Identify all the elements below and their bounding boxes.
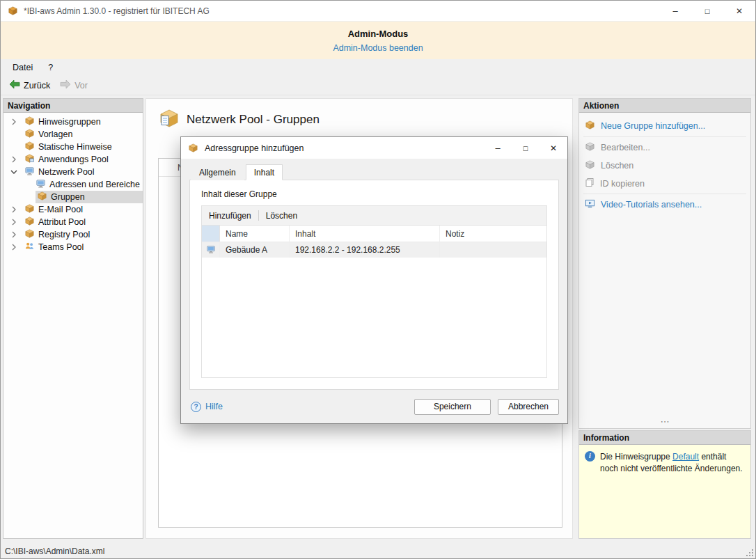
box-icon [24,203,35,216]
nav-item-statische-hinweise[interactable]: Statische Hinweise [3,141,143,153]
chevron-right-icon[interactable] [10,118,23,125]
box-icon [37,191,47,203]
chevron-down-icon[interactable] [10,168,23,175]
information-message: Die Hinweisgruppe Default enthält noch n… [600,451,743,475]
navigation-panel: Navigation Hinweisgruppen Vorlagen Stati… [3,98,143,539]
app-window: *IBI-aws Admin 1.30.0 - registriert für … [0,0,756,559]
network-icon [36,178,46,191]
status-path: C:\IBI-aws\Admin\Data.xml [5,546,104,556]
admin-mode-exit-link[interactable]: Admin-Modus beenden [333,43,423,53]
window-title: *IBI-aws Admin 1.30.0 - registriert für … [24,6,210,16]
maximize-button[interactable]: □ [691,1,723,21]
information-header: Information [579,431,750,445]
box-icon [24,141,35,153]
nav-item-attribut-pool[interactable]: Attribut Pool [3,216,143,228]
menu-help[interactable]: ? [40,59,61,76]
box-icon [24,116,35,128]
dialog-close-button[interactable]: ✕ [540,137,567,159]
app-pool-icon [24,153,35,166]
address-group-dialog: Adressgruppe hinzufügen – □ ✕ Allgemein … [180,136,568,424]
menu-datei[interactable]: Datei [5,59,40,76]
column-name[interactable]: Name [220,226,290,242]
admin-mode-title: Admin-Modus [1,29,755,39]
nav-toolbar: Zurück Vor [1,76,755,95]
action-add-group[interactable]: Neue Gruppe hinzufügen... [579,117,750,135]
save-button[interactable]: Speichern [414,399,491,415]
resize-grip[interactable] [745,548,754,557]
group-content-box: Hinzufügen Löschen Name Inhalt Notiz Geb… [201,205,547,378]
network-icon [24,166,35,178]
info-icon: i [585,451,595,462]
row-name: Gebäude A [220,242,290,258]
group-content-label: Inhalt dieser Gruppe [190,180,558,205]
chevron-right-icon[interactable] [10,244,23,251]
edit-box-icon [585,141,595,154]
nav-item-hinweisgruppen[interactable]: Hinweisgruppen [3,116,143,128]
cancel-button[interactable]: Abbrechen [498,399,559,415]
add-entry-button[interactable]: Hinzufügen [209,211,251,221]
menu-bar: Datei ? [1,59,755,76]
copy-icon [585,178,594,189]
column-notiz[interactable]: Notiz [440,226,546,242]
toolbar-separator [258,210,259,221]
close-button[interactable]: ✕ [723,1,755,21]
row-selector-column[interactable] [202,226,220,242]
box-icon [24,228,35,241]
chevron-right-icon[interactable] [10,231,23,238]
column-inhalt[interactable]: Inhalt [290,226,440,242]
tab-allgemein[interactable]: Allgemein [191,164,244,180]
dialog-title-bar: Adressgruppe hinzufügen – □ ✕ [181,137,567,159]
dialog-maximize-button[interactable]: □ [512,137,540,159]
separator [583,136,746,137]
action-copy-id: ID kopieren [579,175,750,192]
panel-splitter-handle[interactable]: ⋯ [579,418,750,427]
row-icon-cell [202,242,220,258]
nav-item-registry-pool[interactable]: Registry Pool [3,228,143,241]
minimize-button[interactable]: – [659,1,691,21]
table-row[interactable]: Gebäude A 192.168.2.2 - 192.168.2.255 [202,242,546,258]
nav-item-netzwerk-pool[interactable]: Netzwerk Pool [3,166,143,178]
chevron-right-icon[interactable] [10,156,23,163]
box-icon [24,128,35,141]
nav-item-teams-pool[interactable]: Teams Pool [3,241,143,253]
row-notiz [440,242,546,258]
nav-item-gruppen[interactable]: Gruppen [3,191,143,203]
forward-arrow-icon [60,79,71,91]
action-delete: Löschen [579,157,750,175]
action-video-tutorials[interactable]: Video-Tutorials ansehen... [579,196,750,214]
actions-panel: Aktionen Neue Gruppe hinzufügen... Bearb… [578,98,751,429]
title-bar: *IBI-aws Admin 1.30.0 - registriert für … [1,1,755,22]
dialog-list-toolbar: Hinzufügen Löschen [202,206,546,226]
remove-entry-button[interactable]: Löschen [266,211,297,221]
dialog-box-icon [188,143,198,153]
chevron-right-icon[interactable] [10,206,23,213]
nav-item-email-pool[interactable]: E-Mail Pool [3,203,143,216]
information-panel: Information i Die Hinweisgruppe Default … [578,430,751,539]
app-logo-icon [8,6,18,16]
default-group-link[interactable]: Default [672,452,699,462]
dialog-tabs: Allgemein Inhalt [191,164,284,180]
dialog-footer: ? Hilfe Speichern Abbrechen [191,398,559,415]
back-button[interactable]: Zurück [6,79,57,91]
status-bar: C:\IBI-aws\Admin\Data.xml [1,544,755,558]
row-inhalt: 192.168.2.2 - 192.168.2.255 [290,242,440,258]
tab-inhalt[interactable]: Inhalt [246,164,283,180]
table-header: Name Inhalt Notiz [202,226,546,242]
help-icon: ? [191,402,201,412]
network-icon [206,244,216,256]
dialog-title: Adressgruppe hinzufügen [205,143,304,153]
people-icon [24,241,35,253]
action-edit: Bearbeiten... [579,139,750,157]
nav-item-adressen-und-bereiche[interactable]: Adressen und Bereiche [3,178,143,191]
chevron-right-icon[interactable] [10,219,23,226]
dialog-minimize-button[interactable]: – [484,137,512,159]
nav-item-anwendungs-pool[interactable]: Anwendungs Pool [3,153,143,166]
right-panel: Aktionen Neue Gruppe hinzufügen... Bearb… [578,98,751,539]
admin-mode-banner: Admin-Modus Admin-Modus beenden [1,22,755,59]
back-arrow-icon [9,79,20,91]
navigation-header: Navigation [3,99,143,113]
table-empty-area [202,258,546,377]
box-icon [24,216,35,228]
help-link[interactable]: ? Hilfe [191,402,223,412]
nav-item-vorlagen[interactable]: Vorlagen [3,128,143,141]
